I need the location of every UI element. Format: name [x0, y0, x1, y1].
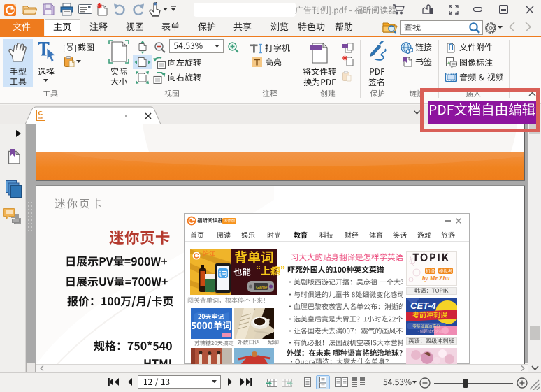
svg-text:CET-4: CET-4: [410, 300, 437, 311]
svg-text:PDF: PDF: [38, 117, 44, 120]
svg-text:Game: Game: [256, 285, 268, 289]
